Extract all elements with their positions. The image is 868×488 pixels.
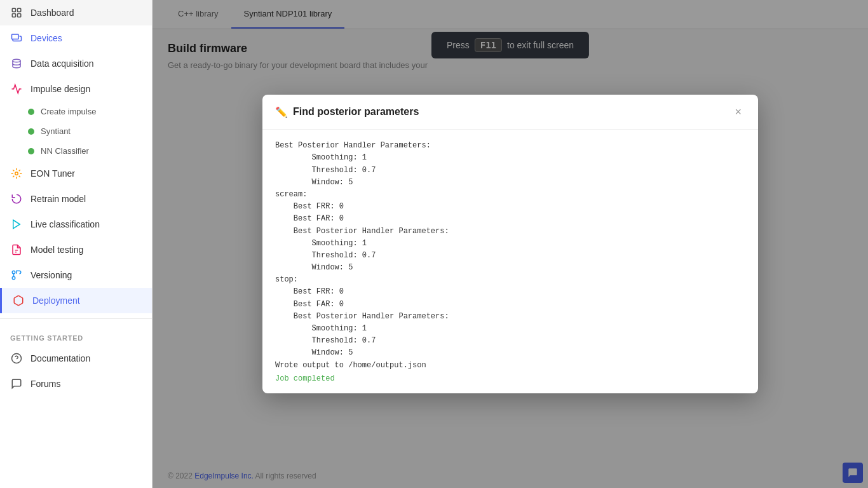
impulse-design-icon bbox=[10, 83, 23, 95]
getting-started-section: GETTING STARTED bbox=[0, 324, 152, 346]
syntiant-label: Syntiant bbox=[41, 126, 71, 136]
retrain-model-icon bbox=[10, 193, 23, 205]
sidebar-item-forums[interactable]: Forums bbox=[0, 371, 152, 396]
deployment-icon bbox=[12, 294, 25, 307]
model-testing-icon bbox=[10, 243, 23, 256]
data-acquisition-label: Data acquisition bbox=[31, 58, 94, 69]
svg-point-11 bbox=[12, 276, 15, 280]
nn-classifier-dot bbox=[28, 148, 34, 154]
sidebar-item-syntiant[interactable]: Syntiant bbox=[0, 121, 152, 141]
sidebar-divider bbox=[0, 318, 152, 319]
svg-rect-3 bbox=[18, 14, 21, 17]
devices-icon bbox=[10, 32, 23, 44]
nn-classifier-label: NN Classifier bbox=[41, 146, 89, 156]
sidebar-item-deployment[interactable]: Deployment bbox=[0, 288, 152, 313]
sidebar-item-dashboard[interactable]: Dashboard bbox=[0, 0, 152, 25]
svg-point-6 bbox=[15, 172, 18, 175]
dashboard-label: Dashboard bbox=[31, 8, 74, 18]
sidebar-item-devices[interactable]: Devices bbox=[0, 25, 152, 51]
versioning-label: Versioning bbox=[31, 270, 72, 280]
sidebar-item-nn-classifier[interactable]: NN Classifier bbox=[0, 141, 152, 161]
wand-icon: ✏️ bbox=[275, 106, 288, 118]
modal-header: ✏️ Find posterior parameters × bbox=[262, 95, 758, 130]
svg-marker-7 bbox=[13, 220, 20, 229]
documentation-icon bbox=[10, 352, 23, 365]
deployment-label: Deployment bbox=[32, 295, 80, 306]
modal-log-content: Best Posterior Handler Parameters: Smoot… bbox=[275, 140, 745, 372]
live-classification-label: Live classification bbox=[31, 219, 100, 229]
modal-title: ✏️ Find posterior parameters bbox=[275, 106, 419, 118]
modal-body[interactable]: Best Posterior Handler Parameters: Smoot… bbox=[262, 130, 758, 393]
syntiant-dot bbox=[28, 128, 34, 135]
create-impulse-dot bbox=[28, 109, 34, 115]
sidebar-item-documentation[interactable]: Documentation bbox=[0, 346, 152, 371]
data-acquisition-icon bbox=[10, 57, 23, 70]
modal-title-text: Find posterior parameters bbox=[293, 106, 419, 118]
devices-label: Devices bbox=[31, 33, 62, 43]
model-testing-label: Model testing bbox=[31, 245, 83, 255]
svg-point-5 bbox=[13, 59, 20, 62]
main-content: C++ library Syntiant NDP101 library Pres… bbox=[153, 0, 868, 488]
svg-point-10 bbox=[12, 271, 15, 274]
documentation-label: Documentation bbox=[31, 353, 90, 363]
forums-label: Forums bbox=[31, 379, 60, 389]
create-impulse-label: Create impulse bbox=[41, 107, 96, 116]
find-posterior-modal: ✏️ Find posterior parameters × Best Post… bbox=[262, 95, 758, 393]
sidebar-item-retrain-model[interactable]: Retrain model bbox=[0, 186, 152, 212]
svg-rect-2 bbox=[12, 14, 15, 17]
sidebar-item-impulse-design[interactable]: Impulse design bbox=[0, 76, 152, 102]
eon-tuner-label: EON Tuner bbox=[31, 168, 75, 179]
sidebar: Dashboard Devices Data acquisition bbox=[0, 0, 153, 488]
impulse-design-label: Impulse design bbox=[31, 84, 90, 94]
sidebar-item-create-impulse[interactable]: Create impulse bbox=[0, 102, 152, 121]
retrain-model-label: Retrain model bbox=[31, 194, 86, 204]
sidebar-item-model-testing[interactable]: Model testing bbox=[0, 237, 152, 262]
sidebar-item-eon-tuner[interactable]: EON Tuner bbox=[0, 161, 152, 186]
svg-rect-1 bbox=[18, 8, 21, 11]
svg-rect-4 bbox=[12, 34, 19, 39]
eon-tuner-icon bbox=[10, 167, 23, 180]
modal-close-button[interactable]: × bbox=[731, 105, 745, 119]
versioning-icon bbox=[10, 269, 23, 281]
job-completed-text: Job completed bbox=[275, 374, 745, 383]
modal-overlay[interactable]: ✏️ Find posterior parameters × Best Post… bbox=[153, 0, 868, 488]
svg-rect-0 bbox=[12, 8, 15, 11]
sidebar-item-live-classification[interactable]: Live classification bbox=[0, 212, 152, 237]
dashboard-icon bbox=[10, 6, 23, 19]
sidebar-nav: Dashboard Devices Data acquisition bbox=[0, 0, 153, 488]
sidebar-item-data-acquisition[interactable]: Data acquisition bbox=[0, 51, 152, 76]
forums-icon bbox=[10, 377, 23, 390]
sidebar-item-versioning[interactable]: Versioning bbox=[0, 262, 152, 288]
live-classification-icon bbox=[10, 218, 23, 231]
